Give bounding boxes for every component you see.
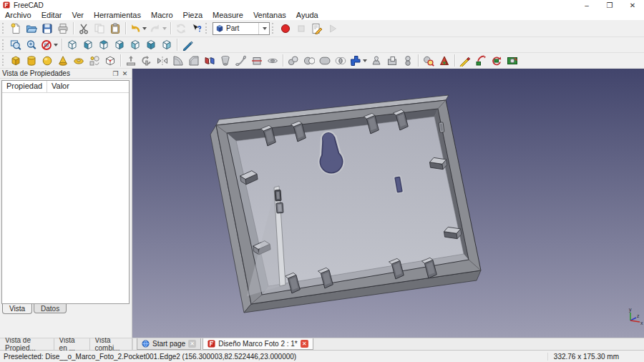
3d-viewport[interactable]: y z x [132, 69, 644, 338]
print-button[interactable] [55, 21, 71, 36]
macro-record-button[interactable] [278, 21, 293, 36]
loft-button[interactable] [218, 54, 233, 68]
redo-button[interactable] [148, 21, 168, 36]
shape-builder-button[interactable] [102, 54, 118, 68]
menu-macro[interactable]: Macro [146, 10, 178, 20]
embed-feature-button[interactable] [369, 54, 384, 68]
join-features-button[interactable] [348, 54, 369, 68]
toolbar-grip[interactable] [2, 23, 6, 34]
view-bottom-button[interactable] [143, 38, 159, 52]
compound-filter-button[interactable] [400, 54, 416, 68]
dock-tab-vista-combinada[interactable]: Vista combi... [90, 338, 132, 350]
web-globe-icon [142, 340, 150, 348]
dropdown-caret-icon[interactable] [142, 27, 147, 30]
copy-button[interactable] [92, 21, 107, 36]
close-panel-icon[interactable]: ✕ [120, 69, 130, 78]
view-rear-icon [130, 39, 141, 51]
macro-execute-button[interactable] [325, 21, 341, 36]
tab-start-page-close-icon[interactable]: ✕ [188, 340, 196, 348]
cross-sections-button[interactable] [265, 54, 280, 68]
revolve-button[interactable] [139, 54, 155, 68]
view-axonometric-button[interactable] [64, 38, 80, 52]
view-rear-button[interactable] [127, 38, 143, 52]
part-cone-button[interactable] [55, 54, 71, 68]
tab-diseno-label: Diseño Marco Foto 2 : 1* [218, 340, 298, 348]
fit-all-button[interactable] [8, 38, 24, 52]
measure-angular-button[interactable] [473, 54, 489, 68]
view-top-button[interactable] [96, 38, 112, 52]
cutout-button[interactable] [384, 54, 400, 68]
tab-datos[interactable]: Datos [34, 304, 67, 313]
toolbar-grip[interactable] [2, 55, 6, 66]
menu-ayuda[interactable]: Ayuda [291, 10, 323, 20]
close-button[interactable]: ✕ [621, 0, 644, 10]
menu-measure[interactable]: Measure [208, 10, 248, 20]
toolbar-grip[interactable] [205, 23, 209, 34]
fillet-button[interactable] [170, 54, 186, 68]
toolbar-grip[interactable] [272, 23, 275, 34]
frame-model[interactable] [210, 95, 481, 313]
mirror-part-button[interactable] [155, 54, 170, 68]
dropdown-caret-icon[interactable] [162, 27, 167, 30]
macro-edit-button[interactable] [309, 21, 325, 36]
dropdown-caret-icon[interactable] [363, 59, 367, 62]
extrude-button[interactable] [123, 54, 139, 68]
tab-diseno-close-icon[interactable]: ✕ [301, 340, 308, 348]
menu-editar[interactable]: Editar [36, 10, 67, 20]
menu-archivo[interactable]: Archivo [0, 10, 36, 20]
sweep-button[interactable] [233, 54, 249, 68]
measure-pen-button[interactable] [180, 38, 195, 52]
dock-tab-vista-de-propiedades[interactable]: Vista de Propied... [0, 338, 54, 350]
workbench-selector[interactable]: Part [213, 22, 270, 35]
float-panel-icon[interactable]: ❐ [111, 69, 120, 78]
undo-button[interactable] [128, 21, 148, 36]
check-geometry-button[interactable] [421, 54, 436, 68]
measure-linear-button[interactable] [457, 54, 473, 68]
fit-selection-button[interactable] [24, 38, 39, 52]
menu-ventanas[interactable]: Ventanas [248, 10, 291, 20]
tab-start-page[interactable]: Start page ✕ [137, 338, 201, 350]
measure-refresh-button[interactable] [489, 54, 504, 68]
boolean-common-button[interactable] [333, 54, 348, 68]
draw-style-button[interactable] [39, 38, 59, 52]
menu-ver[interactable]: Ver [67, 10, 89, 20]
properties-panel-header[interactable]: Vista de Propiedades ❐ ✕ [0, 69, 132, 79]
save-document-button[interactable] [39, 21, 55, 36]
part-torus-button[interactable] [71, 54, 87, 68]
restore-button[interactable]: ❐ [598, 0, 621, 10]
compound-button[interactable] [286, 54, 301, 68]
paste-button[interactable] [107, 21, 123, 36]
workbench-dropdown-arrow[interactable] [258, 23, 269, 34]
tab-vista[interactable]: Vista [2, 304, 32, 314]
view-left-button[interactable] [159, 38, 175, 52]
open-document-button[interactable] [24, 21, 39, 36]
cut-button[interactable] [76, 21, 92, 36]
minimize-button[interactable]: – [575, 0, 598, 10]
refresh-button[interactable] [173, 21, 189, 36]
toolbar-separator [170, 22, 171, 34]
part-cylinder-button[interactable] [24, 54, 39, 68]
tab-diseno-marco-foto[interactable]: Diseño Marco Foto 2 : 1* ✕ [203, 338, 313, 350]
section-button[interactable] [249, 54, 265, 68]
menu-pieza[interactable]: Pieza [178, 10, 208, 20]
new-file-button[interactable] [8, 21, 24, 36]
boolean-union-button[interactable] [317, 54, 333, 68]
menu-herramientas[interactable]: Herramientas [89, 10, 146, 20]
macro-stop-button[interactable] [293, 21, 309, 36]
defeaturing-button[interactable] [436, 54, 452, 68]
dock-tab-vista-en[interactable]: Vista en ... [54, 338, 90, 350]
part-primitives-button[interactable] [87, 54, 102, 68]
dropdown-caret-icon[interactable] [54, 44, 58, 47]
ruled-surface-button[interactable] [202, 54, 218, 68]
whats-this-button[interactable] [189, 21, 205, 36]
part-primitives-icon [89, 55, 100, 67]
chamfer-button[interactable] [186, 54, 202, 68]
part-box-button[interactable] [8, 54, 24, 68]
boolean-cut-button[interactable] [301, 54, 317, 68]
measure-clear-button[interactable] [504, 54, 520, 68]
toolbar-grip[interactable] [2, 39, 6, 50]
properties-table[interactable]: Propiedad Valor [1, 80, 130, 304]
view-front-button[interactable] [80, 38, 96, 52]
part-sphere-button[interactable] [39, 54, 55, 68]
view-right-button[interactable] [112, 38, 127, 52]
